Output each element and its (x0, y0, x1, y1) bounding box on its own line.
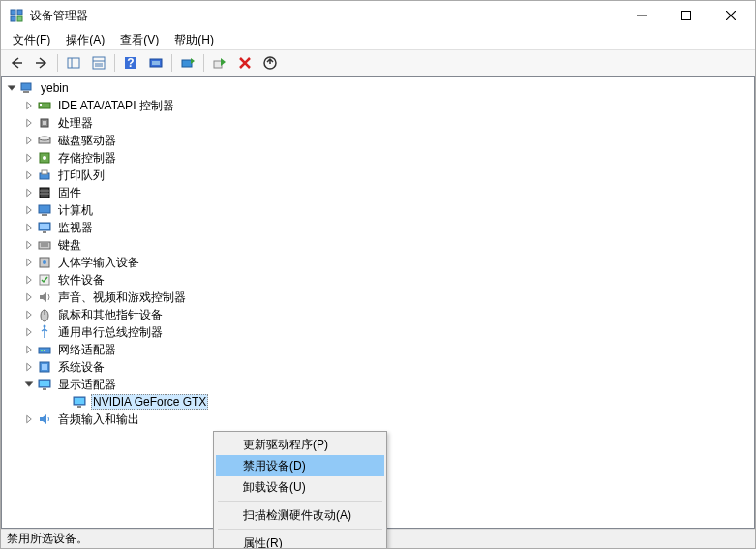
svg-rect-62 (77, 406, 81, 408)
tree-twisty-collapsed[interactable] (21, 255, 37, 270)
tree-twisty-collapsed[interactable] (21, 115, 37, 131)
context-uninstall-device[interactable]: 卸载设备(U) (216, 476, 384, 498)
tree-category-node[interactable]: 打印队列 (2, 167, 754, 184)
disable-device-button[interactable] (233, 52, 257, 74)
tree-root-node[interactable]: yebin (2, 79, 754, 97)
tree-category-label: 声音、视频和游戏控制器 (56, 289, 188, 307)
tree-category-label: IDE ATA/ATAPI 控制器 (56, 97, 176, 115)
maximize-button[interactable] (664, 1, 709, 30)
properties-button[interactable] (87, 52, 110, 74)
tree-category-node[interactable]: 监视器 (2, 219, 754, 236)
enable-device-button[interactable] (208, 52, 231, 74)
tree-twisty-collapsed[interactable] (21, 412, 37, 427)
svg-rect-35 (40, 188, 49, 198)
tree-category-node[interactable]: 固件 (2, 184, 754, 201)
app-icon (9, 8, 24, 23)
uninstall-button[interactable] (258, 52, 282, 74)
svg-rect-2 (11, 16, 15, 21)
menu-help[interactable]: 帮助(H) (166, 30, 222, 50)
svg-rect-3 (17, 16, 22, 21)
tree-twisty-expanded[interactable] (4, 80, 19, 96)
tree-category-node[interactable]: 声音、视频和游戏控制器 (2, 289, 754, 306)
toolbar: ? (1, 49, 755, 76)
scan-button[interactable] (144, 52, 167, 74)
svg-rect-56 (42, 364, 47, 370)
tree-twisty-collapsed[interactable] (21, 98, 37, 113)
context-separator (218, 529, 382, 530)
svg-point-51 (44, 325, 46, 328)
svg-point-53 (41, 350, 43, 351)
update-driver-button[interactable] (176, 52, 199, 74)
tree-category-label: 处理器 (56, 114, 95, 133)
tree-twisty-collapsed[interactable] (21, 342, 37, 357)
svg-point-54 (44, 350, 45, 351)
svg-rect-1 (17, 10, 22, 15)
menu-view[interactable]: 查看(V) (112, 30, 166, 50)
tree-twisty-expanded[interactable] (21, 377, 37, 392)
tree-category-label: 网络适配器 (56, 341, 118, 359)
tree-twisty-collapsed[interactable] (21, 133, 37, 148)
tree-category-node[interactable]: 音频输入和输出 (2, 411, 754, 428)
svg-rect-34 (42, 170, 47, 174)
tree-category-node[interactable]: 存储控制器 (2, 149, 754, 167)
tree-category-node[interactable]: 显示适配器 (2, 376, 754, 393)
svg-rect-28 (43, 121, 46, 125)
svg-rect-23 (21, 83, 31, 90)
menu-bar: 文件(F) 操作(A) 查看(V) 帮助(H) (1, 30, 755, 49)
tree-twisty-collapsed[interactable] (21, 220, 37, 235)
show-hide-button[interactable] (62, 52, 85, 74)
tree-category-node[interactable]: 磁盘驱动器 (2, 132, 754, 149)
context-properties[interactable]: 属性(R) (216, 533, 384, 549)
mouse-icon (37, 307, 52, 322)
tree-category-node[interactable]: 鼠标和其他指针设备 (2, 306, 754, 323)
svg-rect-41 (40, 224, 49, 229)
context-scan-changes[interactable]: 扫描检测硬件改动(A) (216, 504, 384, 526)
menu-file[interactable]: 文件(F) (5, 30, 58, 50)
tree-twisty-none (56, 394, 72, 410)
svg-rect-42 (43, 231, 46, 233)
tree-twisty-collapsed[interactable] (21, 150, 37, 166)
tree-category-node[interactable]: 处理器 (2, 114, 754, 132)
tree-category-label: 磁盘驱动器 (56, 132, 118, 150)
minimize-button[interactable] (620, 1, 664, 30)
tree-category-label: 键盘 (56, 236, 83, 255)
tree-category-node[interactable]: 软件设备 (2, 271, 754, 289)
toolbar-separator (203, 54, 204, 72)
forward-button[interactable] (30, 52, 53, 74)
context-update-driver[interactable]: 更新驱动程序(P) (216, 434, 384, 455)
tree-category-node[interactable]: 通用串行总线控制器 (2, 323, 754, 341)
close-button[interactable] (709, 1, 753, 30)
usb-icon (37, 324, 52, 340)
tree-device-node[interactable]: NVIDIA GeForce GTX (2, 393, 754, 411)
tree-twisty-collapsed[interactable] (21, 202, 37, 218)
tree-category-node[interactable]: IDE ATA/ATAPI 控制器 (2, 97, 754, 114)
svg-rect-58 (40, 381, 49, 386)
audio-icon (37, 412, 52, 427)
menu-action[interactable]: 操作(A) (58, 30, 112, 50)
tree-category-node[interactable]: 键盘 (2, 236, 754, 254)
tree-twisty-collapsed[interactable] (21, 307, 37, 322)
cpu-icon (37, 115, 52, 131)
tree-category-node[interactable]: 系统设备 (2, 358, 754, 376)
tree-category-node[interactable]: 网络适配器 (2, 341, 754, 358)
tree-category-label: 通用串行总线控制器 (56, 323, 165, 342)
tree-twisty-collapsed[interactable] (21, 168, 37, 183)
svg-rect-18 (182, 60, 192, 67)
tree-twisty-collapsed[interactable] (21, 324, 37, 340)
svg-rect-17 (152, 61, 160, 65)
svg-rect-19 (214, 61, 222, 68)
tree-twisty-collapsed[interactable] (21, 237, 37, 253)
back-button[interactable] (5, 52, 28, 74)
tree-twisty-collapsed[interactable] (21, 185, 37, 200)
tree-twisty-collapsed[interactable] (21, 359, 37, 375)
tree-category-label: 固件 (56, 184, 83, 202)
tree-twisty-collapsed[interactable] (21, 272, 37, 288)
tree-category-node[interactable]: 计算机 (2, 201, 754, 219)
tree-category-label: 系统设备 (56, 358, 106, 377)
tree-category-label: 人体学输入设备 (56, 254, 141, 272)
context-disable-device[interactable]: 禁用设备(D) (216, 455, 384, 476)
tree-category-node[interactable]: 人体学输入设备 (2, 254, 754, 271)
tree-twisty-collapsed[interactable] (21, 290, 37, 305)
help-button[interactable]: ? (119, 52, 142, 74)
tree-category-label: 鼠标和其他指针设备 (56, 306, 165, 324)
